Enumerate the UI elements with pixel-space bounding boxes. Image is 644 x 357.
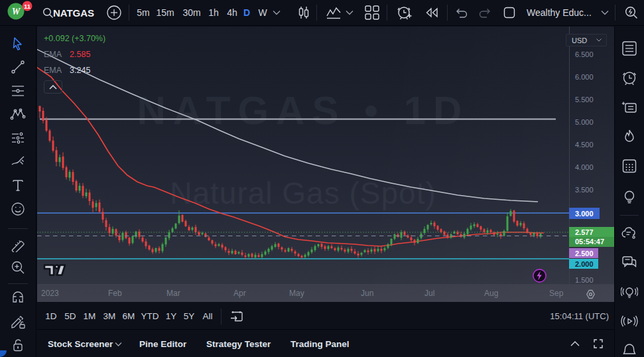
svg-text:11: 11 (24, 3, 31, 10)
svg-text:W: W (12, 7, 21, 17)
